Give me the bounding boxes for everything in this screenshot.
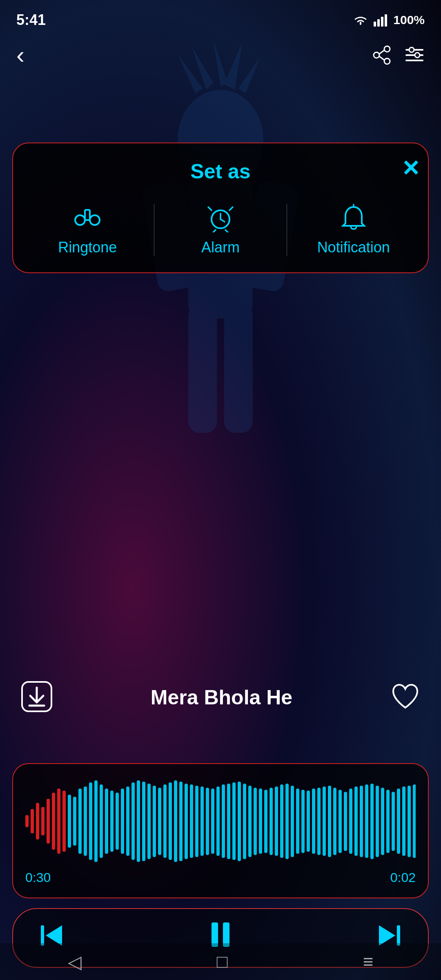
waveform-bar[interactable] bbox=[89, 782, 92, 860]
waveform-bar[interactable] bbox=[158, 788, 161, 855]
waveform-bar[interactable] bbox=[100, 784, 103, 858]
svg-point-16 bbox=[384, 58, 390, 64]
waveform-bar[interactable] bbox=[137, 780, 140, 862]
waveform-bar[interactable] bbox=[190, 784, 193, 858]
ringtone-label: Ringtone bbox=[58, 239, 117, 256]
waveform-container[interactable]: 0:30 0:02 bbox=[12, 763, 429, 898]
settings-icon[interactable] bbox=[404, 45, 425, 65]
waveform-bar[interactable] bbox=[386, 790, 390, 853]
waveform-bar[interactable] bbox=[163, 784, 167, 858]
alarm-option[interactable]: Alarm bbox=[154, 204, 287, 256]
waveform-bar[interactable] bbox=[307, 791, 310, 852]
waveform-bar[interactable] bbox=[232, 782, 236, 860]
waveform-bar[interactable] bbox=[31, 809, 34, 833]
waveform-bar[interactable] bbox=[328, 786, 331, 857]
waveform-bar[interactable] bbox=[131, 782, 135, 860]
waveform-bar[interactable] bbox=[413, 784, 416, 858]
download-button[interactable] bbox=[20, 680, 53, 715]
waveform-bar[interactable] bbox=[275, 786, 278, 856]
waveform-bar[interactable] bbox=[105, 788, 108, 854]
waveform-bar[interactable] bbox=[78, 788, 82, 854]
waveform-bar[interactable] bbox=[227, 784, 230, 859]
waveform-bar[interactable] bbox=[216, 786, 220, 856]
waveform-bar[interactable] bbox=[52, 793, 55, 850]
waveform-bar[interactable] bbox=[333, 788, 336, 855]
waveform-bar[interactable] bbox=[339, 790, 342, 853]
waveform-bar[interactable] bbox=[280, 784, 283, 858]
waveform-bar[interactable] bbox=[354, 786, 358, 856]
waveform-bar[interactable] bbox=[222, 784, 225, 858]
waveform-bar[interactable] bbox=[317, 788, 321, 855]
waveform-bar[interactable] bbox=[397, 788, 400, 854]
waveform-bar[interactable] bbox=[344, 792, 347, 851]
waveform-bar[interactable] bbox=[312, 788, 315, 854]
waveform-bar[interactable] bbox=[68, 795, 71, 848]
waveform-bar[interactable] bbox=[296, 788, 299, 854]
waveform-bar[interactable] bbox=[270, 788, 273, 855]
waveform-bar[interactable] bbox=[381, 788, 384, 855]
waveform-bar[interactable] bbox=[238, 782, 241, 861]
waveform-bar[interactable] bbox=[94, 780, 98, 862]
waveform-bar[interactable] bbox=[392, 792, 395, 851]
like-button[interactable] bbox=[390, 682, 421, 713]
waveform-bar[interactable] bbox=[349, 788, 352, 854]
waveform-bar[interactable] bbox=[179, 782, 183, 861]
waveform-bar[interactable] bbox=[200, 786, 204, 856]
svg-line-36 bbox=[213, 230, 216, 232]
waveform-bar[interactable] bbox=[402, 786, 405, 856]
waveform-bar[interactable] bbox=[116, 793, 119, 850]
notification-option[interactable]: Notification bbox=[287, 204, 420, 256]
waveform-bar[interactable] bbox=[370, 784, 374, 859]
waveform-bar[interactable] bbox=[264, 790, 267, 853]
waveform[interactable] bbox=[25, 780, 416, 862]
waveform-bar[interactable] bbox=[25, 815, 29, 827]
dialog-header: Set as ✕ bbox=[21, 160, 420, 183]
waveform-bar[interactable] bbox=[365, 784, 368, 858]
waveform-bar[interactable] bbox=[110, 791, 114, 852]
system-back-icon[interactable]: ◁ bbox=[68, 951, 82, 972]
waveform-bar[interactable] bbox=[84, 786, 87, 856]
svg-line-19 bbox=[379, 56, 384, 60]
back-button[interactable]: ‹ bbox=[16, 41, 24, 69]
waveform-bar[interactable] bbox=[36, 803, 39, 840]
waveform-bar[interactable] bbox=[57, 788, 60, 854]
system-menu-icon[interactable]: ≡ bbox=[363, 951, 374, 972]
set-as-dialog: Set as ✕ Ringtone bbox=[12, 143, 429, 273]
waveform-bar[interactable] bbox=[126, 786, 129, 856]
system-home-icon[interactable]: □ bbox=[217, 951, 228, 972]
waveform-bar[interactable] bbox=[408, 786, 411, 857]
waveform-bar[interactable] bbox=[142, 782, 145, 861]
ringtone-option[interactable]: Ringtone bbox=[21, 204, 154, 256]
dialog-close-button[interactable]: ✕ bbox=[401, 156, 420, 181]
share-icon[interactable] bbox=[372, 45, 392, 65]
waveform-bar[interactable] bbox=[259, 788, 262, 854]
waveform-bar[interactable] bbox=[360, 786, 363, 857]
waveform-bar[interactable] bbox=[121, 788, 124, 854]
waveform-bar[interactable] bbox=[248, 786, 252, 857]
waveform-bar[interactable] bbox=[47, 799, 50, 844]
waveform-bar[interactable] bbox=[243, 784, 246, 859]
waveform-bar[interactable] bbox=[376, 786, 379, 857]
waveform-bar[interactable] bbox=[185, 784, 188, 859]
waveform-bar[interactable] bbox=[147, 784, 151, 859]
svg-point-26 bbox=[90, 215, 100, 225]
waveform-bar[interactable] bbox=[206, 788, 209, 855]
dialog-title: Set as bbox=[190, 160, 250, 183]
time-labels: 0:30 0:02 bbox=[25, 870, 416, 885]
svg-rect-11 bbox=[374, 22, 376, 27]
waveform-bar[interactable] bbox=[174, 780, 177, 862]
waveform-bar[interactable] bbox=[211, 788, 214, 854]
waveform-bar[interactable] bbox=[301, 790, 305, 853]
waveform-bar[interactable] bbox=[41, 807, 45, 835]
background-figure bbox=[78, 33, 363, 604]
waveform-bar[interactable] bbox=[169, 782, 172, 860]
waveform-bar[interactable] bbox=[153, 786, 156, 857]
waveform-bar[interactable] bbox=[285, 784, 289, 859]
waveform-bar[interactable] bbox=[291, 786, 294, 857]
waveform-bar[interactable] bbox=[254, 788, 257, 855]
waveform-bar[interactable] bbox=[195, 786, 198, 857]
waveform-bar[interactable] bbox=[323, 786, 326, 856]
waveform-bar[interactable] bbox=[73, 797, 76, 846]
bottom-nav: ◁ □ ≡ bbox=[0, 943, 441, 980]
waveform-bar[interactable] bbox=[62, 791, 66, 852]
